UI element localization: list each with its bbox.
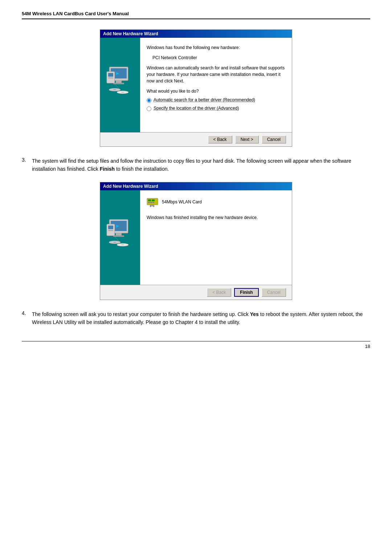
wizard2-dialog: Add New Hardware Wizard ➤ — [100, 182, 292, 300]
svg-rect-9 — [108, 73, 113, 77]
svg-text:➤: ➤ — [115, 223, 119, 229]
svg-rect-36 — [153, 205, 154, 207]
wizard1-found-text: Windows has found the following new hard… — [147, 44, 285, 51]
svg-rect-2 — [116, 81, 122, 83]
wizard2-finish-button[interactable]: Finish — [234, 288, 258, 297]
header-line — [22, 19, 370, 19]
svg-point-5 — [113, 89, 116, 90]
wizard1-right: Windows has found the following new hard… — [140, 38, 292, 132]
svg-rect-24 — [108, 230, 113, 231]
svg-line-12 — [111, 83, 113, 87]
wizard2-cancel-button[interactable]: Cancel — [262, 288, 286, 297]
svg-rect-33 — [152, 202, 154, 203]
wizard1-back-button[interactable]: < Back — [208, 135, 232, 143]
page-footer: 18 — [22, 341, 370, 349]
wizard1-titlebar: Add New Hardware Wizard — [100, 30, 292, 38]
svg-rect-10 — [108, 77, 113, 78]
step4-block: 4. The following screen will ask you to … — [22, 310, 370, 327]
wizard2-device-name: 54Mbps WLAN Card — [162, 199, 202, 204]
wizard1-option2[interactable]: Specify the location of the driver (Adva… — [147, 106, 285, 111]
computer-illustration-2: ➤ — [104, 218, 136, 258]
wizard2-titlebar: Add New Hardware Wizard — [100, 182, 292, 190]
svg-line-26 — [111, 236, 113, 239]
step3-number: 3. — [22, 157, 28, 163]
radio-specify[interactable] — [147, 106, 151, 111]
network-card-icon — [147, 197, 158, 207]
wizard1-hw-name: PCI Network Controller — [152, 54, 285, 61]
wizard1-next-button[interactable]: Next > — [235, 135, 259, 143]
svg-rect-30 — [152, 199, 155, 201]
wizard1-dialog: Add New Hardware Wizard ➤ — [100, 29, 292, 147]
computer-illustration: ➤ — [104, 65, 136, 105]
finish-icon-area: 54Mbps WLAN Card — [147, 197, 285, 207]
page-header: 54M Wireless LAN CardBus Card User's Man… — [22, 11, 370, 16]
svg-rect-32 — [150, 202, 152, 203]
step3-content: The system will find the setup files and… — [32, 157, 370, 173]
svg-point-19 — [113, 242, 116, 243]
svg-text:➤: ➤ — [115, 70, 119, 76]
wizard1-description: Windows can automatically search for and… — [147, 65, 285, 84]
svg-line-13 — [115, 84, 119, 89]
wizard1-left-panel: ➤ — [100, 38, 140, 132]
wizard1-question: What would you like to do? — [147, 88, 285, 94]
svg-rect-35 — [150, 205, 151, 207]
option2-label: Specify the location of the driver (Adva… — [154, 106, 239, 111]
radio-automatic[interactable] — [147, 98, 151, 103]
wizard2-left-panel: ➤ — [100, 190, 140, 285]
svg-rect-23 — [108, 226, 113, 229]
svg-rect-28 — [147, 198, 158, 205]
step3-block: 3. The system will find the setup files … — [22, 157, 370, 173]
wizard1-cancel-button[interactable]: Cancel — [262, 135, 286, 143]
step4-content: The following screen will ask you to res… — [32, 310, 370, 327]
svg-rect-31 — [148, 202, 150, 203]
svg-point-21 — [121, 244, 124, 245]
wizard2-finish-text: Windows has finished installing the new … — [147, 214, 285, 221]
page-number: 18 — [365, 344, 370, 349]
wizard2-right: 54Mbps WLAN Card Windows has finished in… — [140, 190, 292, 285]
svg-rect-16 — [116, 233, 122, 235]
svg-rect-29 — [148, 199, 151, 201]
svg-point-7 — [121, 92, 124, 93]
svg-line-27 — [115, 236, 119, 241]
svg-rect-34 — [151, 205, 153, 206]
option1-label: Automatic search for a better driver (Re… — [154, 97, 255, 102]
step4-number: 4. — [22, 310, 28, 316]
wizard2-back-button[interactable]: < Back — [207, 288, 231, 297]
wizard1-option1[interactable]: Automatic search for a better driver (Re… — [147, 97, 285, 103]
